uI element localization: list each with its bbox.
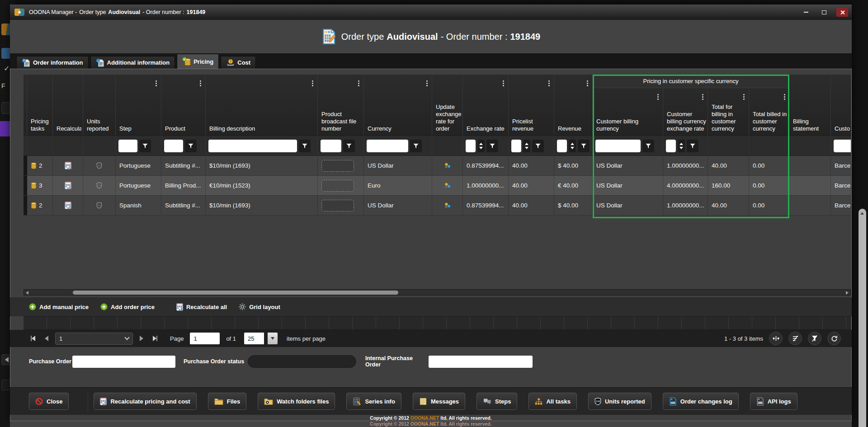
column-menu-icon[interactable] (548, 80, 550, 82)
messages-button[interactable]: Messages (413, 393, 465, 410)
step-filter-input[interactable] (118, 140, 137, 152)
column-menu-icon[interactable] (426, 80, 428, 82)
tab-cost[interactable]: $ Cost (221, 56, 256, 69)
product-filter-input[interactable] (164, 140, 183, 152)
exchange-rate-filter-input[interactable] (466, 140, 476, 152)
cell-update-exchange-rate[interactable] (432, 176, 463, 195)
column-menu-icon[interactable] (784, 94, 785, 95)
table-row[interactable]: 2 1-9 Portuguese Subtitling #... $10/min… (24, 156, 851, 176)
close-window-button[interactable] (836, 8, 848, 17)
internal-purchase-order-input[interactable] (429, 356, 533, 368)
recalculate-all-button[interactable]: Recalculate all (176, 303, 227, 311)
column-header-exchange-rate[interactable]: Exchange rate (463, 75, 509, 136)
customer-filter-input[interactable] (834, 140, 851, 152)
scroll-left-icon[interactable] (26, 291, 28, 295)
column-menu-icon[interactable] (156, 80, 157, 82)
column-header-billing-statement[interactable]: Billing statement (789, 75, 831, 136)
column-header-billing-description[interactable]: Billing description (206, 75, 318, 136)
broadcast-file-input[interactable] (321, 160, 354, 172)
column-menu-icon[interactable] (503, 80, 504, 82)
column-header-total-billed[interactable]: Total billed in customer currency (749, 88, 789, 136)
step-filter-button[interactable] (139, 140, 151, 152)
revenue-spinner[interactable] (569, 140, 576, 152)
previous-page-button[interactable] (42, 333, 52, 343)
table-row[interactable]: 3 1-9 Portuguese Billing Prod... €10/min… (24, 176, 851, 196)
cell-recalculate[interactable] (53, 196, 83, 215)
column-menu-icon[interactable] (657, 94, 659, 95)
column-menu-icon[interactable] (358, 80, 359, 82)
tab-pricing[interactable]: Pricing (177, 54, 219, 69)
billing-description-filter-button[interactable] (299, 140, 311, 152)
clear-sorting-button[interactable] (788, 332, 802, 345)
column-menu-icon[interactable] (200, 80, 201, 82)
column-header-pricelist-revenue[interactable]: Pricelist revenue (509, 75, 554, 136)
fit-columns-button[interactable] (769, 332, 783, 345)
currency-filter-button[interactable] (410, 140, 422, 152)
column-menu-icon[interactable] (743, 94, 745, 95)
customer-billing-currency-filter-input[interactable] (595, 140, 641, 152)
cell-update-exchange-rate[interactable] (432, 156, 463, 175)
product-broadcast-filter-button[interactable] (343, 140, 355, 152)
window-titlebar[interactable]: OOONA Manager - Order type Audiovisual -… (10, 5, 852, 20)
broadcast-file-input[interactable] (321, 200, 354, 211)
column-header-revenue[interactable]: Revenue (554, 75, 593, 136)
column-menu-icon[interactable] (312, 80, 313, 82)
scrollbar-thumb[interactable] (73, 291, 398, 295)
column-menu-icon[interactable] (702, 94, 703, 95)
tab-additional-information[interactable]: … Additional information (90, 56, 175, 69)
purchase-order-input[interactable] (72, 356, 175, 368)
add-manual-price-button[interactable]: Add manual price (29, 303, 89, 310)
column-header-customer[interactable]: Custo (831, 75, 851, 136)
customer-exchange-rate-filter-button[interactable] (687, 140, 698, 152)
all-tasks-button[interactable]: All tasks (528, 393, 576, 410)
scroll-right-icon[interactable] (846, 291, 849, 295)
page-size-dropdown-button[interactable] (268, 333, 278, 344)
order-changes-log-button[interactable]: LOG Order changes log (663, 393, 739, 410)
recalculate-pricing-and-cost-button[interactable]: Recalculate pricing and cost (94, 393, 196, 410)
api-logs-button[interactable]: LOG API logs (750, 393, 797, 410)
column-header-product[interactable]: Product (161, 75, 206, 136)
pricelist-revenue-filter-input[interactable] (511, 140, 521, 152)
close-button[interactable]: Close (29, 393, 69, 410)
column-header-currency[interactable]: Currency (364, 75, 432, 136)
revenue-filter-input[interactable] (557, 140, 567, 152)
units-reported-button[interactable]: 1·9 Units reported (588, 393, 651, 410)
column-header-pricing-tasks[interactable]: Pricing tasks (27, 75, 53, 136)
cell-update-exchange-rate[interactable] (432, 196, 463, 215)
product-broadcast-filter-input[interactable] (321, 140, 341, 152)
customer-exchange-rate-spinner[interactable] (678, 140, 685, 152)
currency-filter-input[interactable] (367, 140, 408, 152)
pricelist-revenue-filter-button[interactable] (532, 140, 544, 152)
column-header-total-for-billing[interactable]: Total for billing in customer currency (708, 88, 749, 136)
clear-filter-button[interactable] (808, 332, 821, 345)
watch-folders-files-button[interactable]: Watch folders files (258, 393, 335, 410)
series-info-button[interactable]: Series info (346, 393, 401, 410)
first-page-button[interactable] (28, 333, 38, 343)
column-header-customer-billing-currency-exchange-rate[interactable]: Customer billing currency exchange rate (663, 88, 708, 136)
maximize-button[interactable] (818, 8, 830, 17)
exchange-rate-filter-button[interactable] (486, 140, 498, 152)
refresh-button[interactable] (827, 332, 841, 345)
next-page-button[interactable] (137, 333, 146, 343)
add-order-price-button[interactable]: Add order price (100, 303, 155, 310)
page-size-value[interactable]: 25 (244, 333, 264, 344)
tab-order-information[interactable]: i Order information (16, 56, 89, 69)
last-page-button[interactable] (150, 333, 160, 343)
cell-units-reported[interactable]: 1-9 (83, 196, 116, 215)
column-header-recalculate[interactable]: Recalcula (53, 75, 83, 136)
column-header-units-reported[interactable]: Units reported (83, 75, 116, 136)
pricelist-revenue-spinner[interactable] (523, 140, 530, 152)
table-row[interactable]: 2 1-9 Spanish Subtitling #... $10/min (1… (24, 196, 851, 216)
minimize-button[interactable] (800, 8, 812, 17)
column-header-product-broadcast-file-number[interactable]: Product broadcast file number (318, 75, 364, 136)
column-header-customer-billing-currency[interactable]: Customer billing currency (593, 88, 663, 136)
steps-button[interactable]: Steps (476, 393, 517, 410)
customer-exchange-rate-filter-input[interactable] (666, 140, 676, 152)
customer-billing-currency-filter-button[interactable] (642, 140, 654, 152)
files-button[interactable]: Files (208, 393, 247, 410)
grid-horizontal-scrollbar[interactable] (24, 289, 851, 296)
exchange-rate-spinner[interactable] (477, 140, 485, 152)
grid-layout-button[interactable]: Grid layout (239, 303, 280, 310)
cell-units-reported[interactable]: 1-9 (83, 156, 116, 175)
billing-description-filter-input[interactable] (208, 140, 297, 152)
